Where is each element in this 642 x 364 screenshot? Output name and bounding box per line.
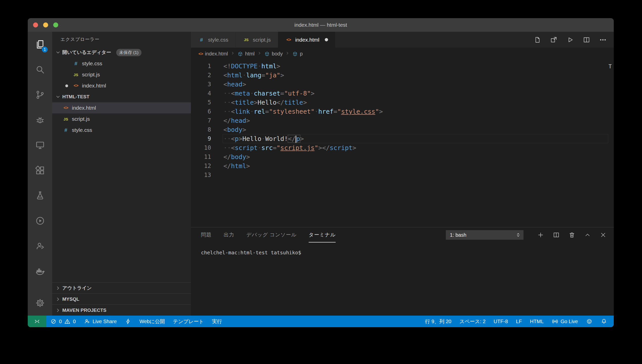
code-line-2[interactable]: 2<html·lang="ja">: [191, 71, 614, 80]
line-content[interactable]: [223, 170, 608, 179]
line-content[interactable]: <body>: [223, 125, 608, 134]
go-live-button[interactable]: Go Live: [548, 316, 582, 327]
tree-item-script-js[interactable]: JS script.js: [52, 113, 191, 125]
kill-terminal-icon[interactable]: [568, 231, 575, 238]
indentation-status[interactable]: スペース: 2: [455, 316, 490, 327]
zoom-window-button[interactable]: [53, 22, 58, 27]
template-button[interactable]: テンプレート: [169, 316, 208, 327]
more-actions-icon[interactable]: [599, 36, 607, 44]
cursor-position-status[interactable]: 行 9、列 20: [421, 316, 455, 327]
line-content[interactable]: <head>: [223, 80, 608, 89]
terminal-output[interactable]: chelchel-mac:html-test tatsuhiko$: [191, 242, 614, 316]
line-content[interactable]: </html>: [223, 161, 608, 170]
breadcrumb-file[interactable]: <> index.html: [198, 51, 228, 57]
open-editor-index-html[interactable]: <> index.html: [52, 80, 191, 91]
eol-status[interactable]: LF: [512, 316, 526, 327]
line-number[interactable]: 3: [191, 80, 211, 89]
activity-debug[interactable]: [28, 107, 52, 133]
section-mysql[interactable]: MYSQL: [52, 293, 191, 305]
code-line-1[interactable]: 1<!DOCTYPE·html>: [191, 62, 614, 71]
activity-test-explorer[interactable]: [28, 183, 52, 208]
section-outline[interactable]: アウトライン: [52, 282, 191, 293]
activity-remote-explorer[interactable]: [28, 133, 52, 158]
tab-index-html[interactable]: <> index.html: [278, 32, 336, 48]
open-editors-header[interactable]: 開いているエディター 未保存 (1): [52, 47, 191, 58]
activity-live-share[interactable]: [28, 233, 52, 259]
panel-tab-output[interactable]: 出力: [224, 227, 234, 242]
remote-indicator[interactable]: [28, 316, 46, 327]
code-line-5[interactable]: 5··<title>Hello</title>: [191, 98, 614, 107]
section-maven-projects[interactable]: MAVEN PROJECTS: [52, 305, 191, 316]
encoding-status[interactable]: UTF-8: [490, 316, 512, 327]
tab-style-css[interactable]: # style.css: [191, 32, 236, 48]
code-line-11[interactable]: 11</body>: [191, 152, 614, 161]
line-number[interactable]: 5: [191, 98, 211, 107]
run-button[interactable]: 実行: [208, 316, 226, 327]
line-number[interactable]: 12: [191, 161, 211, 170]
code-line-10[interactable]: 10··<script·src="script.js"></script>: [191, 143, 614, 152]
line-number[interactable]: 13: [191, 170, 211, 179]
tab-script-js[interactable]: JS script.js: [236, 32, 278, 48]
code-editor[interactable]: 1<!DOCTYPE·html>2<html·lang="ja">3<head>…: [191, 60, 614, 227]
maximize-panel-icon[interactable]: [584, 231, 591, 238]
activity-explorer[interactable]: 1: [28, 32, 52, 57]
activity-docker[interactable]: [28, 259, 52, 284]
panel-tab-problems[interactable]: 問題: [201, 227, 212, 242]
line-number[interactable]: 8: [191, 125, 211, 134]
line-number[interactable]: 9: [191, 134, 211, 143]
line-content[interactable]: </head>: [223, 116, 608, 125]
terminal-shell-select[interactable]: 1: bash: [446, 230, 523, 240]
close-window-button[interactable]: [33, 22, 38, 27]
code-line-7[interactable]: 7</head>: [191, 116, 614, 125]
activity-search[interactable]: [28, 57, 52, 82]
run-code-icon[interactable]: [566, 36, 574, 44]
language-mode-status[interactable]: HTML: [526, 316, 548, 327]
new-terminal-icon[interactable]: [537, 231, 544, 238]
line-content[interactable]: ··<title>Hello</title>: [223, 98, 608, 107]
tree-item-style-css[interactable]: # style.css: [52, 125, 191, 136]
line-number[interactable]: 10: [191, 143, 211, 152]
open-editor-style-css[interactable]: # style.css: [52, 58, 191, 69]
thunder-status[interactable]: [121, 316, 135, 327]
minimize-window-button[interactable]: [43, 22, 48, 27]
breadcrumb-p[interactable]: p: [292, 51, 303, 57]
line-number[interactable]: 4: [191, 89, 211, 98]
line-content[interactable]: ··<p>Hello·World!</p>: [223, 134, 608, 143]
code-line-8[interactable]: 8<body>: [191, 125, 614, 134]
code-line-9[interactable]: 9··<p>Hello·World!</p>: [191, 134, 614, 143]
close-panel-icon[interactable]: [600, 231, 607, 238]
line-content[interactable]: </body>: [223, 152, 608, 161]
line-number[interactable]: 2: [191, 71, 211, 80]
line-content[interactable]: ··<meta·charset="utf-8">: [223, 89, 608, 98]
split-editor-icon[interactable]: [583, 36, 590, 44]
code-line-6[interactable]: 6··<link·rel="stylesheet"·href="style.cs…: [191, 107, 614, 116]
line-number[interactable]: 11: [191, 152, 211, 161]
publish-web-button[interactable]: Webに公開: [135, 316, 169, 327]
breadcrumb-html[interactable]: html: [238, 51, 255, 57]
open-changes-icon[interactable]: [534, 36, 541, 44]
problems-status[interactable]: 0 0: [46, 316, 80, 327]
panel-tab-debug-console[interactable]: デバッグ コンソール: [246, 227, 297, 242]
code-line-12[interactable]: 12</html>: [191, 161, 614, 170]
activity-run[interactable]: [28, 208, 52, 233]
line-number[interactable]: 6: [191, 107, 211, 116]
panel-tab-terminal[interactable]: ターミナル: [309, 227, 336, 242]
activity-source-control[interactable]: [28, 82, 52, 107]
line-number[interactable]: 1: [191, 62, 211, 71]
line-content[interactable]: ··<link·rel="stylesheet"·href="style.css…: [223, 107, 608, 116]
activity-extensions[interactable]: [28, 158, 52, 183]
line-content[interactable]: <!DOCTYPE·html>: [223, 62, 608, 71]
line-number[interactable]: 7: [191, 116, 211, 125]
tree-item-index-html[interactable]: <> index.html: [52, 102, 191, 113]
activity-settings[interactable]: [28, 290, 52, 316]
code-line-3[interactable]: 3<head>: [191, 80, 614, 89]
code-line-4[interactable]: 4··<meta·charset="utf-8">: [191, 89, 614, 98]
notifications-button[interactable]: [597, 316, 611, 327]
code-line-13[interactable]: 13: [191, 170, 614, 179]
split-terminal-icon[interactable]: [553, 231, 560, 238]
open-editor-script-js[interactable]: JS script.js: [52, 69, 191, 80]
line-content[interactable]: ··<script·src="script.js"></script>: [223, 143, 608, 152]
feedback-button[interactable]: [582, 316, 597, 327]
live-share-status[interactable]: Live Share: [80, 316, 121, 327]
line-content[interactable]: <html·lang="ja">: [223, 71, 608, 80]
